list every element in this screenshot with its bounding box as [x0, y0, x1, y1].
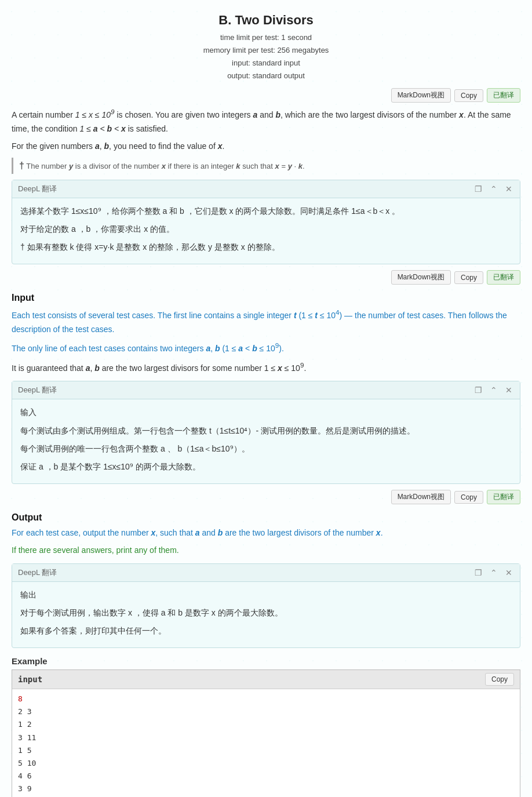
translation-content-1: 选择某个数字 1≤x≤10⁹ ，给你两个整数 a 和 b ，它们是数 x 的两个…	[12, 198, 520, 264]
markdown-view-btn-2[interactable]: MarkDown视图	[391, 270, 451, 285]
toolbar-1: MarkDown视图 Copy 已翻译	[12, 88, 520, 103]
translation-box-1: DeepL 翻译 ❐ ⌃ ✕ 选择某个数字 1≤x≤10⁹ ，给你两个整数 a …	[12, 180, 520, 265]
page-container: B. Two Divisors time limit per test: 1 s…	[0, 0, 532, 797]
collapse-icon-1[interactable]: ⌃	[489, 184, 499, 194]
translated-btn-2[interactable]: 已翻译	[487, 270, 520, 285]
markdown-view-btn-1[interactable]: MarkDown视图	[391, 88, 451, 103]
copy-btn-2[interactable]: Copy	[454, 271, 483, 284]
translation-box-2: DeepL 翻译 ❐ ⌃ ✕ 输入 每个测试由多个测试用例组成。第一行包含一个整…	[12, 381, 520, 484]
input-line: 4 6	[18, 770, 514, 783]
translation-header-3: DeepL 翻译 ❐ ⌃ ✕	[12, 564, 520, 582]
input-p2: The only line of each test cases contain…	[12, 340, 520, 355]
toolbar-3: MarkDown视图 Copy 已翻译	[12, 490, 520, 504]
copy-btn-3[interactable]: Copy	[454, 491, 483, 504]
meta-memory: memory limit per test: 256 megabytes	[12, 44, 520, 57]
trans2-p1: 输入	[20, 405, 512, 420]
input-p1: Each test consists of several test cases…	[12, 307, 520, 336]
input-example-container: input Copy 82 31 23 111 55 104 63 925000…	[12, 669, 520, 797]
output-p2: If there are several answers, print any …	[12, 544, 520, 558]
translated-btn-3[interactable]: 已翻译	[487, 490, 520, 504]
trans1-p2: 对于给定的数 a ，b ，你需要求出 x 的值。	[20, 222, 512, 236]
input-line: 5 10	[18, 757, 514, 770]
trans2-p4: 保证 a ，b 是某个数字 1≤x≤10⁹ 的两个最大除数。	[20, 460, 512, 474]
example-section: Example input Copy 82 31 23 111 55 104 6…	[12, 656, 520, 797]
trans3-p2: 对于每个测试用例，输出数字 x ，使得 a 和 b 是数字 x 的两个最大除数。	[20, 606, 512, 620]
trans3-p3: 如果有多个答案，则打印其中任何一个。	[20, 624, 512, 638]
output-body: For each test case, output the number x,…	[12, 526, 520, 558]
output-p1: For each test case, output the number x,…	[12, 526, 520, 540]
input-table-label: input	[18, 675, 42, 684]
deepl-label-2: DeepL 翻译	[18, 385, 57, 395]
problem-p1: A certain number 1 ≤ x ≤ 109 is chosen. …	[12, 106, 520, 136]
input-body: Each test consists of several test cases…	[12, 307, 520, 375]
translation-content-2: 输入 每个测试由多个测试用例组成。第一行包含一个整数 t（1≤t≤10⁴）- 测…	[12, 399, 520, 483]
footnote-1: † The number y is a divisor of the numbe…	[12, 158, 520, 173]
copy-btn-1[interactable]: Copy	[454, 89, 483, 102]
input-line: 8	[18, 693, 514, 705]
close-icon-1[interactable]: ✕	[504, 184, 514, 194]
meta-info: time limit per test: 1 second memory lim…	[12, 31, 520, 82]
trans2-p2: 每个测试由多个测试用例组成。第一行包含一个整数 t（1≤t≤10⁴）- 测试用例…	[20, 424, 512, 438]
deepl-label-3: DeepL 翻译	[18, 567, 57, 578]
close-icon-2[interactable]: ✕	[504, 385, 514, 395]
example-title: Example	[12, 656, 520, 666]
markdown-view-btn-3[interactable]: MarkDown视图	[391, 490, 451, 504]
input-line: 3 9	[18, 783, 514, 795]
problem-p2: For the given numbers a, b, you need to …	[12, 140, 520, 154]
input-table-data: 82 31 23 111 55 104 63 9250000000 500000…	[12, 689, 520, 797]
problem-title: B. Two Divisors	[12, 6, 520, 31]
output-section-title: Output	[12, 512, 520, 523]
input-section-title: Input	[12, 293, 520, 303]
collapse-icon-3[interactable]: ⌃	[489, 568, 499, 577]
trans1-p1: 选择某个数字 1≤x≤10⁹ ，给你两个整数 a 和 b ，它们是数 x 的两个…	[20, 204, 512, 219]
translation-header-2: DeepL 翻译 ❐ ⌃ ✕	[12, 381, 520, 399]
translation-box-3: DeepL 翻译 ❐ ⌃ ✕ 输出 对于每个测试用例，输出数字 x ，使得 a …	[12, 563, 520, 649]
toolbar-2: MarkDown视图 Copy 已翻译	[12, 270, 520, 285]
deepl-label-1: DeepL 翻译	[18, 184, 57, 194]
copy-icon-2[interactable]: ❐	[473, 385, 484, 395]
input-copy-btn[interactable]: Copy	[485, 673, 514, 686]
translation-icons-2: ❐ ⌃ ✕	[473, 385, 514, 395]
translation-header-1: DeepL 翻译 ❐ ⌃ ✕	[12, 180, 520, 198]
trans2-p3: 每个测试用例的唯一一行包含两个整数 a 、 b（1≤a＜b≤10⁹）。	[20, 442, 512, 456]
meta-time: time limit per test: 1 second	[12, 31, 520, 44]
collapse-icon-2[interactable]: ⌃	[489, 385, 499, 395]
meta-output: output: standard output	[12, 70, 520, 82]
copy-icon-3[interactable]: ❐	[473, 568, 484, 577]
translation-content-3: 输出 对于每个测试用例，输出数字 x ，使得 a 和 b 是数字 x 的两个最大…	[12, 582, 520, 648]
input-table-header: input Copy	[12, 669, 520, 689]
copy-icon-1[interactable]: ❐	[473, 184, 484, 194]
input-line: 1 2	[18, 718, 514, 731]
input-p3: It is guaranteed that a, b are the two l…	[12, 359, 520, 375]
trans3-p1: 输出	[20, 588, 512, 602]
input-line: 1 5	[18, 744, 514, 757]
translated-btn-1[interactable]: 已翻译	[487, 88, 520, 103]
translation-icons-3: ❐ ⌃ ✕	[473, 568, 514, 577]
translation-icons-1: ❐ ⌃ ✕	[473, 184, 514, 194]
problem-body: A certain number 1 ≤ x ≤ 109 is chosen. …	[12, 106, 520, 173]
trans1-footnote: † 如果有整数 k 使得 x=y·k 是整数 x 的整除，那么数 y 是整数 x…	[20, 240, 512, 254]
close-icon-3[interactable]: ✕	[504, 568, 514, 577]
input-line: 3 11	[18, 732, 514, 744]
input-line: 2 3	[18, 705, 514, 718]
meta-input: input: standard input	[12, 57, 520, 70]
